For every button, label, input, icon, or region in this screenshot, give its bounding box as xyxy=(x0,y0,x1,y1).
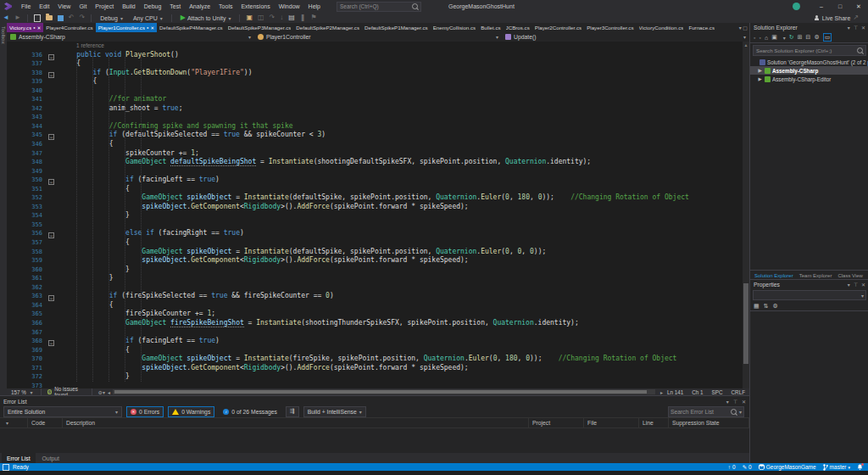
menu-window[interactable]: Window xyxy=(275,3,304,9)
breakpoint-margin[interactable] xyxy=(7,372,22,382)
live-share-label[interactable]: Live Share xyxy=(822,15,850,21)
breakpoint-margin[interactable] xyxy=(7,185,22,194)
solution-platform-dropdown[interactable]: Any CPU▾ xyxy=(130,14,166,22)
notifications-bell-icon[interactable] xyxy=(857,464,863,470)
menu-project[interactable]: Project xyxy=(91,3,118,9)
breakpoint-margin[interactable] xyxy=(7,95,22,104)
document-tab[interactable]: DefaultSpikeP4Manager.cs xyxy=(157,23,225,32)
expand-arrow-icon[interactable]: ▶ xyxy=(757,68,763,73)
project-dropdown[interactable]: Assembly-CSharp ▾ xyxy=(7,32,254,42)
attach-to-unity-button[interactable]: ▶ Attach to Unity▾ xyxy=(177,14,235,22)
breakpoint-margin[interactable] xyxy=(7,319,22,328)
pending-changes[interactable]: ✎0 xyxy=(743,464,752,471)
document-health-icon[interactable]: ✓ xyxy=(47,389,53,394)
maximize-button[interactable]: □ xyxy=(831,0,849,13)
zoom-level-dropdown[interactable]: 157 % ▾ xyxy=(11,389,33,395)
redo-icon[interactable]: ↷ xyxy=(80,14,86,22)
back-icon[interactable]: ◦ xyxy=(754,35,755,41)
breakpoint-margin[interactable] xyxy=(7,122,22,131)
tree-item[interactable]: Solution 'GeorgeMasonGhostHunt' (2 of 2 … xyxy=(750,58,868,66)
document-tab[interactable]: DefaultSpikeP2Manager.cs xyxy=(293,23,362,32)
breakpoint-margin[interactable] xyxy=(7,248,22,257)
breakpoint-margin[interactable] xyxy=(7,77,22,87)
pin-icon[interactable]: ⊤ xyxy=(733,399,737,405)
document-tab[interactable]: Player4Controller.cs xyxy=(43,23,95,32)
breakpoint-margin[interactable] xyxy=(7,355,22,364)
column-header[interactable]: Suppression State xyxy=(669,418,749,428)
breakpoint-margin[interactable] xyxy=(7,203,22,212)
document-tab[interactable]: Player2Controller.cs xyxy=(532,23,584,32)
scope-dropdown[interactable]: Entire Solution▾ xyxy=(3,406,122,417)
sync-with-active-document-icon[interactable]: ↻ xyxy=(789,34,794,41)
home-icon[interactable]: ⌂ xyxy=(765,35,768,41)
scroll-right-icon[interactable]: ▸ xyxy=(660,389,663,395)
scroll-up-icon[interactable]: ▲ xyxy=(743,42,749,48)
account-avatar[interactable] xyxy=(793,3,800,10)
breakpoint-margin[interactable] xyxy=(7,59,22,69)
refresh-icon[interactable]: ⊞ xyxy=(798,34,803,41)
window-position-icon[interactable]: ▾ xyxy=(848,282,850,288)
column-header[interactable]: Project xyxy=(529,418,584,428)
tree-item[interactable]: ▶Assembly-CSharp xyxy=(750,66,868,75)
comment-icon[interactable]: ❚ xyxy=(300,14,306,22)
close-tab-icon[interactable]: ✕ xyxy=(150,25,154,31)
float-window-icon[interactable]: ▢ xyxy=(743,25,748,31)
breakpoint-margin[interactable] xyxy=(7,382,22,388)
push-count[interactable]: ↑0 xyxy=(728,464,736,470)
breakpoint-margin[interactable] xyxy=(7,193,22,203)
document-tab[interactable]: Player3Controller.cs xyxy=(584,23,636,32)
close-button[interactable]: ✕ xyxy=(849,0,868,13)
breakpoint-margin[interactable] xyxy=(7,69,22,78)
scrollbar-thumb[interactable] xyxy=(114,390,647,394)
document-tab[interactable]: Player1Controller.cs●✕ xyxy=(96,23,157,32)
window-position-icon[interactable]: ▾ xyxy=(848,25,850,31)
breakpoint-margin[interactable] xyxy=(7,221,22,230)
preview-selected-items-icon[interactable]: ▭ xyxy=(823,33,832,42)
menu-build[interactable]: Build xyxy=(118,3,140,9)
breakpoint-margin[interactable] xyxy=(7,104,22,114)
background-tasks-icon[interactable] xyxy=(3,464,9,471)
breakpoint-margin[interactable] xyxy=(7,113,22,122)
menu-debug[interactable]: Debug xyxy=(140,3,166,9)
error-list-search-box[interactable]: Search Error List ▾ xyxy=(668,406,744,417)
column-header[interactable]: ▾ xyxy=(0,418,28,428)
menu-analyze[interactable]: Analyze xyxy=(185,3,214,9)
menu-git[interactable]: Git xyxy=(75,3,91,9)
menu-test[interactable]: Test xyxy=(165,3,185,9)
menu-file[interactable]: File xyxy=(17,3,35,9)
warnings-toggle[interactable]: 0 Warnings xyxy=(168,406,214,417)
breakpoint-margin[interactable] xyxy=(7,229,22,238)
breakpoint-margin[interactable] xyxy=(7,158,22,167)
menu-help[interactable]: Help xyxy=(304,3,325,9)
step-into-icon[interactable]: ↓ xyxy=(280,14,283,22)
breakpoint-margin[interactable] xyxy=(7,149,22,159)
breakpoint-margin[interactable] xyxy=(7,310,22,319)
code-cleanup-icon[interactable]: ⚙▾ xyxy=(98,389,105,395)
column-header[interactable]: Description xyxy=(63,418,529,428)
expand-arrow-icon[interactable]: ▶ xyxy=(757,76,763,81)
collapse-all-icon[interactable]: ⊟ xyxy=(806,34,811,41)
breakpoint-margin[interactable] xyxy=(7,301,22,310)
codelens-row[interactable]: 1 reference xyxy=(7,42,743,51)
close-icon[interactable]: ✕ xyxy=(861,282,865,288)
breakpoint-margin[interactable] xyxy=(7,51,22,60)
breakpoint-margin[interactable] xyxy=(7,292,22,301)
pin-icon[interactable]: ⊤ xyxy=(854,25,858,31)
navigate-back-icon[interactable]: ◄ xyxy=(3,14,9,22)
document-tab[interactable]: Furnace.cs xyxy=(686,23,717,32)
document-tab[interactable]: DefaultSpikeP3Manager.cs xyxy=(225,23,294,32)
menu-view[interactable]: View xyxy=(53,3,75,9)
tool-window-tab[interactable]: Error List xyxy=(2,453,36,463)
find-in-files-icon[interactable]: ▤ xyxy=(288,14,295,22)
menu-extensions[interactable]: Extensions xyxy=(236,3,274,9)
filter-icon-button[interactable]: ⇶ xyxy=(286,406,299,417)
column-header[interactable]: File xyxy=(584,418,639,428)
breakpoint-margin[interactable] xyxy=(7,328,22,338)
build-icon[interactable]: ▣ xyxy=(246,14,253,22)
breakpoint-margin[interactable] xyxy=(7,256,22,265)
bookmark-icon[interactable]: ⚑ xyxy=(311,14,317,22)
close-icon[interactable]: ✕ xyxy=(861,25,865,31)
breakpoint-margin[interactable] xyxy=(7,274,22,283)
close-tab-icon[interactable]: ✕ xyxy=(37,25,42,31)
breakpoint-margin[interactable] xyxy=(7,131,22,140)
